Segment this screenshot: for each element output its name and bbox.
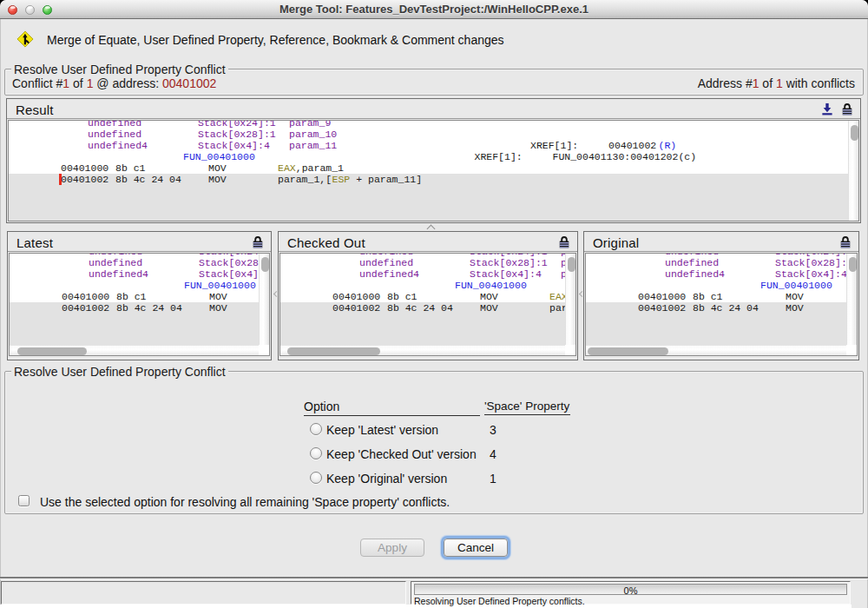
scroll-to-bottom-icon	[821, 102, 833, 116]
radio-keep-checked-out[interactable]	[310, 447, 322, 459]
listing-field: 00401000	[332, 291, 380, 302]
listing-field: 8b c1	[116, 291, 147, 302]
listing-field: 8b 4c 24 04	[116, 302, 182, 314]
resolve-options-group: Resolve User Defined Property Conflict O…	[4, 371, 864, 514]
titlebar[interactable]: Merge Tool: Features_DevTestProject:/Win…	[0, 0, 868, 19]
listing-row[interactable]: 004010008b c1MOVEAX,param_1	[280, 291, 565, 302]
radio-label-original[interactable]: Keep 'Original' version	[326, 472, 447, 486]
original-panel-icons[interactable]	[839, 235, 852, 248]
result-vertical-scrollbar-thumb[interactable]	[851, 125, 858, 141]
listing-field: undefined4	[89, 268, 148, 280]
checked-listing[interactable]: undefinedStack[0x24]:1param_9undefinedSt…	[280, 254, 565, 345]
listing-field: Stack[0x4]:4	[775, 268, 846, 280]
listing-field: 8b c1	[693, 291, 723, 302]
latest-horizontal-scrollbar[interactable]	[10, 345, 259, 355]
cancel-button[interactable]: Cancel	[444, 539, 508, 557]
radio-keep-latest[interactable]	[310, 423, 322, 435]
lock-icon	[558, 235, 570, 248]
listing-row[interactable]: FUN_00401000XREF[1]:FUN_00401130:0040120…	[586, 280, 846, 291]
listing-row[interactable]: undefinedStack[0x28]:1param_10	[586, 257, 846, 268]
listing-row[interactable]: 004010008b c1MOVEAX,param_1	[10, 291, 259, 302]
lock-icon	[841, 102, 853, 116]
listing-field: FUN_00401000	[183, 151, 255, 162]
radio-keep-original[interactable]	[310, 472, 322, 484]
checked-panel-title: Checked Out	[287, 235, 365, 250]
checked-panel-icons[interactable]	[558, 235, 570, 248]
listing-field: FUN_00401000	[760, 280, 832, 291]
latest-vertical-scrollbar[interactable]	[259, 254, 269, 345]
original-vertical-scrollbar[interactable]	[846, 254, 857, 345]
listing-field: 00401002	[608, 140, 656, 151]
original-horizontal-scrollbar[interactable]	[586, 345, 846, 355]
listing-row[interactable]: FUN_00401000XREF[1]:FUN_00401130:0040120…	[9, 151, 848, 162]
listing-field: (R)	[659, 140, 677, 151]
vertical-splitter-grip-1[interactable]	[273, 289, 279, 297]
resolve-group-title: Resolve User Defined Property Conflict	[11, 365, 228, 379]
listing-field: param_9	[289, 121, 331, 129]
result-panel-icons[interactable]	[821, 102, 853, 116]
listing-row[interactable]: FUN_00401000XREF[1]:FUN_00401130:0040120…	[10, 280, 259, 291]
listing-field: undefined	[359, 257, 413, 268]
original-vertical-scrollbar-thumb[interactable]	[849, 257, 857, 272]
listing-row[interactable]: 004010028b 4c 24 04MOVparam_1,[ESP + par…	[9, 174, 848, 185]
listing-field: Stack[0x28]:1	[775, 257, 846, 268]
latest-panel: Latest undefinedStack[0x24]:1param_9unde…	[7, 231, 272, 360]
listing-row[interactable]: 004010028b 4c 24 04MOVparam_1,[ESP + par…	[280, 302, 565, 314]
listing-row[interactable]: 004010028b 4c 24 04MOVparam_1,[ESP + par…	[10, 302, 259, 314]
original-panel: Original undefinedStack[0x24]:1param_9un…	[583, 231, 859, 360]
listing-field: param_11	[289, 140, 337, 151]
listing-row[interactable]: undefinedStack[0x24]:1param_9	[9, 121, 848, 129]
conflict-counter: Conflict #1 of 1 @ address: 00401002	[12, 76, 216, 90]
checked-horizontal-scrollbar[interactable]	[280, 345, 565, 355]
result-panel-title: Result	[16, 102, 54, 117]
horizontal-splitter-grip[interactable]	[427, 223, 435, 231]
apply-button[interactable]: Apply	[360, 539, 424, 557]
listing-field: undefined	[88, 121, 141, 129]
listing-row[interactable]: 004010008b c1MOVEAX,param_1	[586, 291, 846, 302]
listing-row[interactable]: undefined4Stack[0x4]:4param_11XREF[1]:00…	[586, 268, 846, 280]
latest-horizontal-scrollbar-thumb[interactable]	[17, 347, 87, 355]
result-vertical-scrollbar[interactable]	[848, 121, 858, 221]
listing-field: 00401002	[62, 302, 109, 314]
listing-row[interactable]: undefinedStack[0x28]:1param_10	[9, 129, 848, 140]
conflict-group-title: Resolve User Defined Property Conflict	[11, 63, 228, 76]
listing-cursor	[59, 174, 62, 185]
listing-row[interactable]: undefinedStack[0x28]:1param_10	[280, 257, 565, 268]
listing-field: 8b 4c 24 04	[387, 302, 453, 314]
checked-vertical-scrollbar[interactable]	[565, 254, 575, 345]
checked-horizontal-scrollbar-thumb[interactable]	[287, 347, 380, 355]
original-listing[interactable]: undefinedStack[0x24]:1param_9undefinedSt…	[586, 254, 846, 345]
listing-row[interactable]: 004010028b 4c 24 04MOVparam_1,[ESP + par…	[586, 302, 846, 314]
result-listing[interactable]: undefinedStack[0x24]:1param_9undefinedSt…	[9, 121, 848, 221]
listing-row[interactable]: undefinedStack[0x28]:1param_10	[10, 257, 259, 268]
listing-field: param_10	[289, 129, 337, 140]
listing-field: 00401002	[332, 302, 380, 314]
listing-field: undefined4	[359, 268, 419, 280]
listing-row[interactable]: FUN_00401000XREF[1]:FUN_00401130:0040120…	[280, 280, 565, 291]
status-divider	[0, 577, 868, 579]
vertical-splitter-grip-2[interactable]	[578, 289, 585, 297]
listing-row[interactable]: undefined4Stack[0x4]:4param_11XREF[1]:00…	[10, 268, 259, 280]
checked-panel-header: Checked Out	[279, 232, 577, 252]
listing-field: + param_11]	[350, 174, 422, 185]
use-for-all-checkbox[interactable]	[18, 495, 30, 506]
merge-sign-icon	[16, 30, 34, 48]
latest-listing[interactable]: undefinedStack[0x24]:1param_9undefinedSt…	[10, 254, 259, 345]
lock-icon	[252, 235, 264, 248]
option-column-header: Option	[304, 400, 480, 416]
latest-vertical-scrollbar-thumb[interactable]	[261, 257, 269, 272]
radio-label-latest[interactable]: Keep 'Latest' version	[326, 423, 438, 437]
progress-bar: 0%	[414, 584, 847, 595]
address-counter: Address #1 of 1 with conflicts	[698, 76, 855, 90]
listing-field: Stack[0x4]:4	[470, 268, 542, 280]
listing-field: 8b 4c 24 04	[115, 174, 181, 185]
listing-row[interactable]: undefined4Stack[0x4]:4param_11XREF[1]:00…	[9, 140, 848, 151]
radio-label-checked-out[interactable]: Keep 'Checked Out' version	[326, 447, 477, 461]
use-for-all-label[interactable]: Use the selected option for resolving al…	[40, 495, 450, 509]
listing-field: 00401002	[61, 174, 108, 185]
listing-row[interactable]: undefined4Stack[0x4]:4param_11XREF[1]:00…	[280, 268, 565, 280]
listing-row[interactable]: 004010008b c1MOVEAX,param_1	[9, 162, 848, 174]
latest-panel-icons[interactable]	[252, 235, 264, 248]
original-horizontal-scrollbar-thumb[interactable]	[588, 347, 668, 355]
checked-vertical-scrollbar-thumb[interactable]	[568, 257, 575, 272]
